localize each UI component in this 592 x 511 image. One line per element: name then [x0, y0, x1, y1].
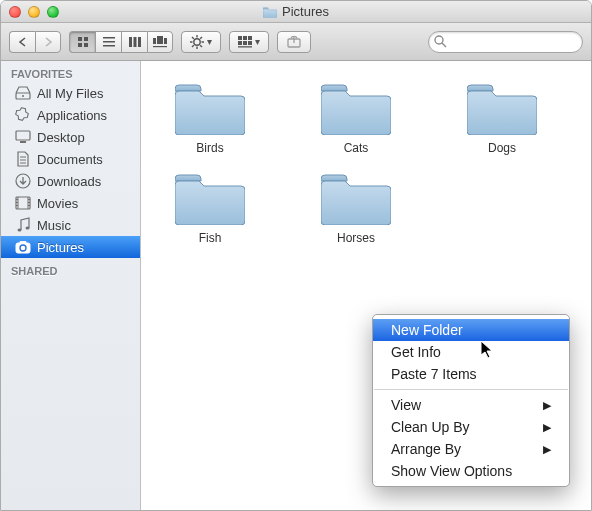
close-button[interactable]: [9, 6, 21, 18]
sidebar-item-desktop[interactable]: Desktop: [1, 126, 140, 148]
context-item-label: View: [391, 397, 421, 413]
view-list-button[interactable]: [95, 31, 121, 53]
svg-rect-13: [153, 46, 167, 47]
sidebar-item-downloads[interactable]: Downloads: [1, 170, 140, 192]
view-coverflow-button[interactable]: [147, 31, 173, 53]
svg-line-22: [200, 37, 202, 39]
svg-rect-7: [129, 37, 132, 47]
folder-icon: [175, 169, 245, 225]
svg-rect-10: [153, 38, 156, 44]
context-menu-item[interactable]: Clean Up By▶: [373, 416, 569, 438]
folder-icon: [321, 79, 391, 135]
svg-point-34: [22, 95, 24, 97]
sidebar-item-label: Documents: [37, 152, 103, 167]
svg-line-21: [192, 45, 194, 47]
folder-item[interactable]: Horses: [311, 169, 401, 245]
sidebar-item-label: Downloads: [37, 174, 101, 189]
svg-rect-49: [28, 205, 30, 206]
applications-icon: [15, 107, 31, 123]
svg-rect-2: [78, 43, 82, 47]
context-item-label: Paste 7 Items: [391, 366, 477, 382]
search-icon: [434, 35, 447, 48]
sidebar-item-all-my-files[interactable]: All My Files: [1, 82, 140, 104]
context-menu: New FolderGet InfoPaste 7 ItemsView▶Clea…: [372, 314, 570, 487]
svg-rect-26: [238, 41, 242, 45]
svg-rect-8: [133, 37, 136, 47]
svg-rect-6: [103, 45, 115, 47]
context-menu-item[interactable]: Arrange By▶: [373, 438, 569, 460]
context-item-label: Arrange By: [391, 441, 461, 457]
view-icons-button[interactable]: [69, 31, 95, 53]
svg-rect-27: [243, 41, 247, 45]
svg-rect-12: [164, 38, 167, 44]
context-item-label: Show View Options: [391, 463, 512, 479]
folder-item[interactable]: Cats: [311, 79, 401, 155]
svg-rect-35: [16, 131, 30, 140]
svg-line-20: [200, 45, 202, 47]
context-menu-item[interactable]: Get Info: [373, 341, 569, 363]
sidebar-item-documents[interactable]: Documents: [1, 148, 140, 170]
arrange-menu-button[interactable]: ▾: [229, 31, 269, 53]
search-field[interactable]: [428, 31, 583, 53]
svg-point-31: [435, 36, 443, 44]
svg-rect-24: [243, 36, 247, 40]
view-switcher: [69, 31, 173, 53]
chevron-down-icon: ▾: [204, 36, 212, 47]
zoom-button[interactable]: [47, 6, 59, 18]
sidebar-item-label: Applications: [37, 108, 107, 123]
svg-rect-44: [16, 199, 18, 200]
svg-rect-3: [84, 43, 88, 47]
svg-rect-11: [157, 36, 163, 44]
svg-point-14: [194, 38, 200, 44]
folder-label: Cats: [311, 141, 401, 155]
folder-icon: [175, 79, 245, 135]
sidebar-item-label: Pictures: [37, 240, 84, 255]
minimize-button[interactable]: [28, 6, 40, 18]
svg-point-51: [26, 227, 30, 230]
forward-button[interactable]: [35, 31, 61, 53]
svg-rect-0: [78, 37, 82, 41]
sidebar-item-label: Desktop: [37, 130, 85, 145]
sidebar: FAVORITES All My Files Applications Desk…: [1, 61, 141, 510]
svg-rect-48: [28, 202, 30, 203]
context-separator: [374, 389, 568, 390]
folder-label: Birds: [165, 141, 255, 155]
folder-proxy-icon: [263, 6, 277, 18]
folder-label: Horses: [311, 231, 401, 245]
svg-rect-5: [103, 41, 115, 43]
folder-label: Dogs: [457, 141, 547, 155]
sidebar-item-music[interactable]: Music: [1, 214, 140, 236]
context-item-label: New Folder: [391, 322, 463, 338]
sidebar-item-movies[interactable]: Movies: [1, 192, 140, 214]
share-button[interactable]: [277, 31, 311, 53]
svg-line-32: [442, 43, 446, 47]
all-my-files-icon: [15, 85, 31, 101]
context-menu-item[interactable]: View▶: [373, 394, 569, 416]
folder-icon: [321, 169, 391, 225]
submenu-arrow-icon: ▶: [543, 399, 551, 412]
submenu-arrow-icon: ▶: [543, 443, 551, 456]
action-menu-button[interactable]: ▾: [181, 31, 221, 53]
context-menu-item[interactable]: New Folder: [373, 319, 569, 341]
back-button[interactable]: [9, 31, 35, 53]
folder-grid: BirdsCatsDogsFishHorses: [165, 79, 567, 257]
svg-point-50: [18, 229, 22, 232]
movies-icon: [15, 195, 31, 211]
documents-icon: [15, 151, 31, 167]
sidebar-item-applications[interactable]: Applications: [1, 104, 140, 126]
sidebar-item-label: Music: [37, 218, 71, 233]
svg-line-19: [192, 37, 194, 39]
context-menu-item[interactable]: Show View Options: [373, 460, 569, 482]
view-columns-button[interactable]: [121, 31, 147, 53]
sidebar-item-pictures[interactable]: Pictures: [1, 236, 140, 258]
folder-item[interactable]: Fish: [165, 169, 255, 245]
search-input[interactable]: [428, 31, 583, 53]
svg-rect-4: [103, 37, 115, 39]
window-title: Pictures: [282, 4, 329, 19]
submenu-arrow-icon: ▶: [543, 421, 551, 434]
folder-item[interactable]: Dogs: [457, 79, 547, 155]
folder-item[interactable]: Birds: [165, 79, 255, 155]
downloads-icon: [15, 173, 31, 189]
desktop-icon: [15, 129, 31, 145]
context-menu-item[interactable]: Paste 7 Items: [373, 363, 569, 385]
